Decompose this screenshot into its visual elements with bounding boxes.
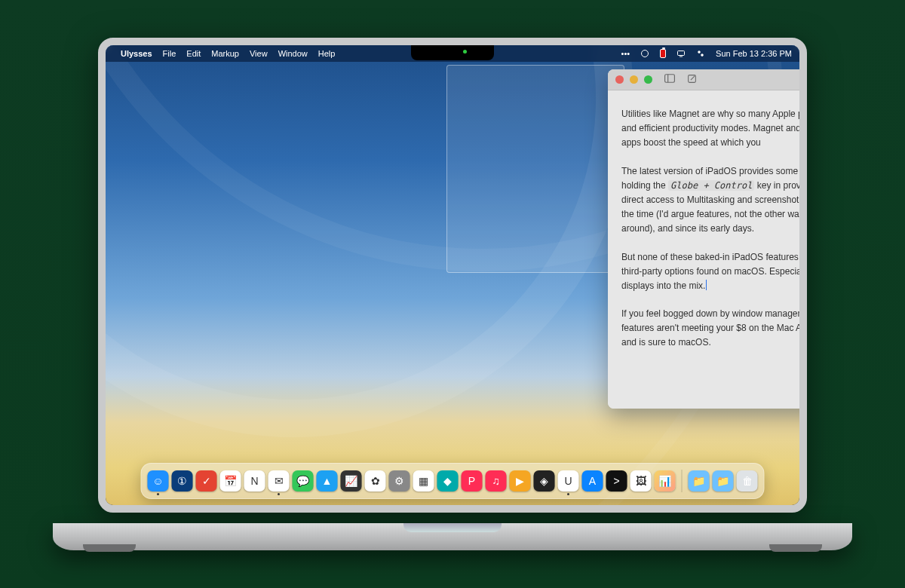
paragraph: But none of these baked-in iPadOS featur… [621,250,799,294]
window-titlebar[interactable] [608,69,799,90]
dock-app-windows[interactable]: ▦ [413,470,434,492]
svg-point-0 [642,51,649,57]
control-center-icon[interactable] [696,49,705,58]
dock-app-photos[interactable]: ✿ [365,470,386,492]
dock-app-terminal[interactable]: > [606,470,627,492]
svg-rect-1 [678,51,685,56]
svg-point-4 [701,54,704,57]
dock-app-1password[interactable]: ① [172,470,193,492]
menubar-extra-icon[interactable]: ••• [621,49,630,58]
dock-app-trash[interactable]: 🗑 [737,470,758,492]
menu-window[interactable]: Window [278,49,308,58]
editor-content[interactable]: Utilities like Magnet are why so many Ap… [608,90,799,409]
display-icon[interactable] [676,49,686,58]
menubar-sync-icon[interactable] [640,49,649,58]
display-notch [411,45,494,60]
keyboard-shortcut: Globe + Control [668,180,754,191]
dock-app-documents[interactable]: 📁 [713,470,734,492]
svg-point-3 [698,51,701,54]
menu-view[interactable]: View [250,49,268,58]
sidebar-toggle-icon[interactable] [664,74,675,85]
app-menu[interactable]: Ulysses [121,49,152,58]
battery-icon[interactable] [660,49,666,58]
ulysses-window[interactable]: Utilities like Magnet are why so many Ap… [608,69,799,409]
dock-app-finder[interactable]: ☺ [148,470,169,492]
paragraph: If you feel bogged down by window manage… [621,307,799,351]
dock-app-preview[interactable]: 🖼 [630,470,652,492]
dock-app-notion[interactable]: N [244,470,265,492]
dock-app-mail[interactable]: ✉ [268,470,290,492]
dock-app-appstore[interactable]: A [582,470,603,492]
compose-icon[interactable] [687,74,697,86]
laptop-base [53,523,852,550]
clock[interactable]: Sun Feb 13 2:36 PM [716,49,792,58]
display-lid: Ulysses File Edit Markup View Window Hel… [98,38,807,513]
svg-rect-5 [665,75,675,83]
dock-app-downloads[interactable]: 📁 [689,470,710,492]
dock-app-maps[interactable]: ▲ [317,470,338,492]
dock: ☺①✓📅N✉💬▲📈✿⚙▦◆P♫▶◈UA>🖼📊📁📁🗑 [141,463,765,499]
dock-app-raycast[interactable]: ◈ [534,470,555,492]
dock-app-fantastical[interactable]: 📅 [220,470,241,492]
close-button[interactable] [615,75,624,84]
text-cursor-icon [706,280,707,290]
paragraph: The latest version of iPadOS provides so… [621,164,799,237]
dock-app-messages[interactable]: 💬 [293,470,314,492]
paragraph: Utilities like Magnet are why so many Ap… [621,107,799,151]
dock-app-stocks[interactable]: 📈 [341,470,362,492]
camera-led-icon [463,50,467,54]
dock-app-plex[interactable]: ▶ [510,470,531,492]
dock-app-calc[interactable]: 📊 [655,470,676,492]
menu-edit[interactable]: Edit [186,49,201,58]
minimize-button[interactable] [630,75,638,84]
dock-app-settings[interactable]: ⚙ [389,470,410,492]
dock-app-todoist[interactable]: ✓ [196,470,217,492]
dock-separator [682,470,683,492]
menu-markup[interactable]: Markup [211,49,239,58]
menu-help[interactable]: Help [318,49,336,58]
window-snap-preview[interactable] [446,65,624,273]
dock-app-pixelmator[interactable]: P [462,470,483,492]
desktop-screen: Ulysses File Edit Markup View Window Hel… [106,45,799,505]
fullscreen-button[interactable] [644,75,652,84]
dock-app-ulysses[interactable]: U [558,470,579,492]
menu-file[interactable]: File [163,49,176,58]
dock-app-affinity[interactable]: ◆ [437,470,459,492]
dock-app-music[interactable]: ♫ [486,470,507,492]
text: But none of these baked-in iPadOS featur… [621,252,799,291]
macbook-frame: Ulysses File Edit Markup View Window Hel… [53,38,852,550]
